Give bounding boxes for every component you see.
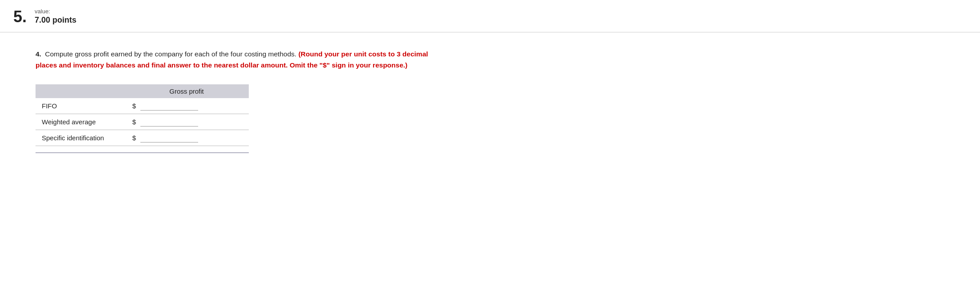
row-input-cell[interactable] <box>138 98 249 114</box>
value-label: value: <box>35 8 76 16</box>
row-dollar-sign: $ <box>124 130 138 146</box>
main-content: 4. Compute gross profit earned by the co… <box>0 32 980 166</box>
question-text: 4. Compute gross profit earned by the co… <box>36 48 435 71</box>
header-label-col <box>36 84 124 98</box>
top-bar: 5. value: 7.00 points <box>0 0 980 32</box>
answer-input-0[interactable] <box>140 101 198 111</box>
question-block: 4. Compute gross profit earned by the co… <box>36 48 435 153</box>
gross-profit-table: Gross profit FIFO$Weighted average$Speci… <box>36 84 249 146</box>
point-info: value: 7.00 points <box>35 8 76 25</box>
answer-input-1[interactable] <box>140 117 198 127</box>
table-container: Gross profit FIFO$Weighted average$Speci… <box>36 84 435 153</box>
table-row: Specific identification$ <box>36 130 249 146</box>
row-dollar-sign: $ <box>124 98 138 114</box>
row-label: Weighted average <box>36 114 124 130</box>
table-header-row: Gross profit <box>36 84 249 98</box>
row-label: Specific identification <box>36 130 124 146</box>
row-input-cell[interactable] <box>138 130 249 146</box>
points-text: 7.00 points <box>35 16 76 25</box>
question-number: 5. <box>13 8 27 26</box>
row-dollar-sign: $ <box>124 114 138 130</box>
row-input-cell[interactable] <box>138 114 249 130</box>
question-body-text: Compute gross profit earned by the compa… <box>45 50 296 58</box>
table-row: Weighted average$ <box>36 114 249 130</box>
table-bottom-bar <box>36 152 249 153</box>
table-row: FIFO$ <box>36 98 249 114</box>
answer-input-2[interactable] <box>140 133 198 143</box>
header-value-col: Gross profit <box>124 84 249 98</box>
row-label: FIFO <box>36 98 124 114</box>
question-inline-number: 4. <box>36 50 41 58</box>
